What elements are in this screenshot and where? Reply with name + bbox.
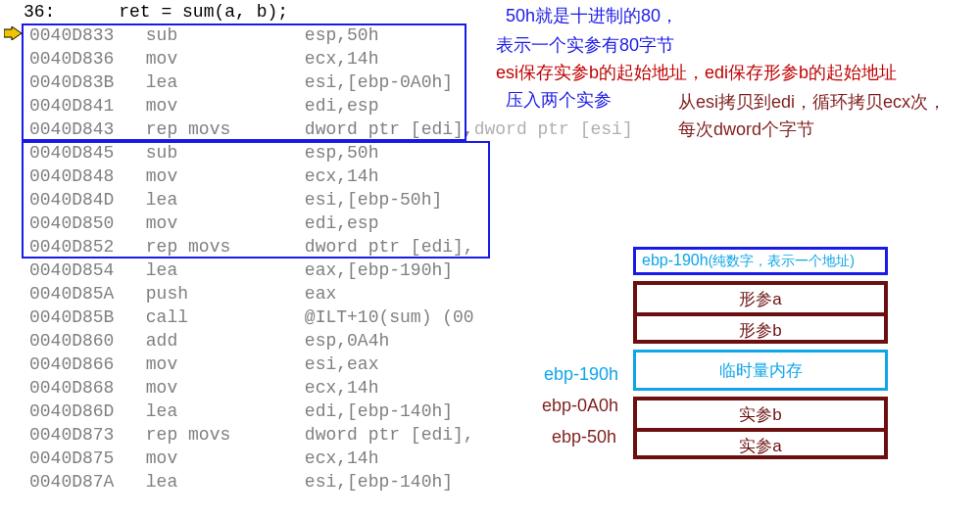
stack-label-0A0h: ebp-0A0h <box>542 396 618 416</box>
stack-cell-arg-a: 实参a <box>633 428 888 459</box>
stack-header: ebp-190h(纯数字，表示一个地址) <box>633 247 888 275</box>
annotation-push-args: 压入两个实参 <box>506 88 612 112</box>
asm-line: 0040D873 rep movs dword ptr [edi], <box>0 423 495 447</box>
asm-line: 0040D868 mov ecx,14h <box>0 376 495 400</box>
asm-line: 0040D84D lea esi,[ebp-50h] <box>0 188 495 212</box>
asm-line: 0040D860 add esp,0A4h <box>0 329 495 353</box>
asm-line: 0040D841 mov edi,esp <box>0 94 495 118</box>
asm-line: 0040D83B lea esi,[ebp-0A0h] <box>0 71 495 94</box>
stack-cell-temp: 临时量内存 <box>633 350 888 391</box>
asm-line: 0040D87A lea esi,[ebp-140h] <box>0 470 495 494</box>
asm-line: 0040D866 mov esi,eax <box>0 353 495 376</box>
stack-label-50h: ebp-50h <box>552 427 616 447</box>
stack-cell-arg-b: 实参b <box>633 397 888 428</box>
annotation-50h-1: 50h就是十进制的80， <box>506 4 678 27</box>
annotation-esi-edi: esi保存实参b的起始地址，edi保存形参b的起始地址 <box>496 61 897 84</box>
asm-line: 0040D85A push eax <box>0 282 495 306</box>
asm-line: 0040D833 sub esp,50h <box>0 24 495 47</box>
asm-line: 0040D836 mov ecx,14h <box>0 47 495 71</box>
asm-line: 0040D843 rep movs dword ptr [edi],dword … <box>0 118 495 141</box>
stack-cell-param-a: 形参a <box>633 281 888 312</box>
asm-line: 0040D852 rep movs dword ptr [edi], <box>0 235 495 259</box>
svg-marker-0 <box>4 26 22 40</box>
asm-line: 0040D85B call @ILT+10(sum) (00 <box>0 306 495 329</box>
asm-line: 0040D845 sub esp,50h <box>0 141 495 165</box>
stack-cell-param-b: 形参b <box>633 312 888 344</box>
annotation-50h-2: 表示一个实参有80字节 <box>496 33 674 57</box>
annotation-copy-loop-1: 从esi拷贝到edi，循环拷贝ecx次， <box>678 90 946 114</box>
disassembly-panel: 36: ret = sum(a, b); 0040D833 sub esp,50… <box>0 0 495 494</box>
asm-line: 0040D875 mov ecx,14h <box>0 447 495 470</box>
stack-header-main: ebp-190h <box>642 252 709 268</box>
current-instruction-arrow-icon <box>4 25 22 43</box>
asm-line: 0040D854 lea eax,[ebp-190h] <box>0 259 495 282</box>
stack-diagram: ebp-190h(纯数字，表示一个地址) 形参a 形参b 临时量内存 实参b 实… <box>633 247 888 459</box>
stack-header-sub: (纯数字，表示一个地址) <box>709 253 855 268</box>
annotation-copy-loop-2: 每次dword个字节 <box>678 118 814 141</box>
stack-label-190h: ebp-190h <box>544 364 618 385</box>
asm-line: 0040D86D lea edi,[ebp-140h] <box>0 400 495 423</box>
asm-line: 0040D850 mov edi,esp <box>0 212 495 235</box>
source-line: 36: ret = sum(a, b); <box>0 0 495 24</box>
asm-line: 0040D848 mov ecx,14h <box>0 165 495 188</box>
